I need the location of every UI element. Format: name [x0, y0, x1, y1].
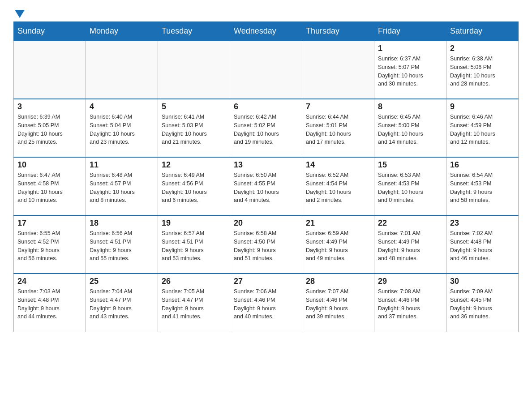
- week-row-1: 1Sunrise: 6:37 AM Sunset: 5:07 PM Daylig…: [14, 41, 519, 99]
- calendar-cell-week4-day7: 23Sunrise: 7:02 AM Sunset: 4:48 PM Dayli…: [446, 215, 519, 274]
- day-info: Sunrise: 7:07 AM Sunset: 4:46 PM Dayligh…: [306, 287, 370, 321]
- day-info: Sunrise: 7:09 AM Sunset: 4:45 PM Dayligh…: [450, 287, 515, 321]
- week-row-2: 3Sunrise: 6:39 AM Sunset: 5:05 PM Daylig…: [14, 99, 519, 157]
- calendar-cell-week5-day1: 24Sunrise: 7:03 AM Sunset: 4:48 PM Dayli…: [14, 274, 86, 332]
- weekday-header-row: SundayMondayTuesdayWednesdayThursdayFrid…: [14, 22, 519, 41]
- day-number: 2: [450, 44, 515, 53]
- day-number: 25: [90, 277, 154, 286]
- day-info: Sunrise: 7:06 AM Sunset: 4:46 PM Dayligh…: [234, 287, 298, 321]
- calendar-cell-week2-day1: 3Sunrise: 6:39 AM Sunset: 5:05 PM Daylig…: [14, 99, 86, 157]
- day-info: Sunrise: 6:42 AM Sunset: 5:02 PM Dayligh…: [234, 113, 298, 146]
- weekday-header-friday: Friday: [374, 22, 446, 41]
- day-number: 14: [306, 160, 370, 170]
- day-number: 3: [17, 102, 82, 111]
- calendar-cell-week3-day2: 11Sunrise: 6:48 AM Sunset: 4:57 PM Dayli…: [86, 157, 158, 215]
- day-info: Sunrise: 7:08 AM Sunset: 4:46 PM Dayligh…: [378, 287, 442, 321]
- day-info: Sunrise: 6:37 AM Sunset: 5:07 PM Dayligh…: [378, 55, 442, 88]
- day-info: Sunrise: 7:04 AM Sunset: 4:47 PM Dayligh…: [90, 287, 154, 321]
- day-info: Sunrise: 7:02 AM Sunset: 4:48 PM Dayligh…: [450, 229, 515, 263]
- calendar-cell-week1-day1: [14, 41, 86, 99]
- day-info: Sunrise: 6:49 AM Sunset: 4:56 PM Dayligh…: [162, 171, 226, 205]
- calendar-cell-week1-day5: [302, 41, 374, 99]
- day-info: Sunrise: 6:57 AM Sunset: 4:51 PM Dayligh…: [162, 229, 226, 263]
- day-number: 13: [234, 160, 298, 170]
- day-info: Sunrise: 6:41 AM Sunset: 5:03 PM Dayligh…: [162, 113, 226, 146]
- calendar-cell-week3-day5: 14Sunrise: 6:52 AM Sunset: 4:54 PM Dayli…: [302, 157, 374, 215]
- day-number: 30: [450, 277, 515, 286]
- calendar-cell-week3-day4: 13Sunrise: 6:50 AM Sunset: 4:55 PM Dayli…: [230, 157, 302, 215]
- day-number: 18: [90, 218, 154, 228]
- calendar-cell-week4-day2: 18Sunrise: 6:56 AM Sunset: 4:51 PM Dayli…: [86, 215, 158, 274]
- day-number: 22: [378, 218, 442, 228]
- day-info: Sunrise: 6:58 AM Sunset: 4:50 PM Dayligh…: [234, 229, 298, 263]
- weekday-header-monday: Monday: [86, 22, 158, 41]
- calendar-cell-week5-day4: 27Sunrise: 7:06 AM Sunset: 4:46 PM Dayli…: [230, 274, 302, 332]
- calendar-table: SundayMondayTuesdayWednesdayThursdayFrid…: [13, 21, 519, 332]
- day-info: Sunrise: 7:01 AM Sunset: 4:49 PM Dayligh…: [378, 229, 442, 263]
- calendar-cell-week5-day5: 28Sunrise: 7:07 AM Sunset: 4:46 PM Dayli…: [302, 274, 374, 332]
- calendar-cell-week2-day6: 8Sunrise: 6:45 AM Sunset: 5:00 PM Daylig…: [374, 99, 446, 157]
- day-number: 19: [162, 218, 226, 228]
- day-number: 1: [378, 44, 442, 53]
- day-number: 27: [234, 277, 298, 286]
- day-number: 20: [234, 218, 298, 228]
- calendar-cell-week2-day2: 4Sunrise: 6:40 AM Sunset: 5:04 PM Daylig…: [86, 99, 158, 157]
- week-row-4: 17Sunrise: 6:55 AM Sunset: 4:52 PM Dayli…: [14, 215, 519, 274]
- calendar-cell-week4-day3: 19Sunrise: 6:57 AM Sunset: 4:51 PM Dayli…: [158, 215, 230, 274]
- logo: [13, 9, 25, 17]
- weekday-header-wednesday: Wednesday: [230, 22, 302, 41]
- day-info: Sunrise: 6:53 AM Sunset: 4:53 PM Dayligh…: [378, 171, 442, 205]
- calendar-cell-week1-day6: 1Sunrise: 6:37 AM Sunset: 5:07 PM Daylig…: [374, 41, 446, 99]
- day-info: Sunrise: 6:50 AM Sunset: 4:55 PM Dayligh…: [234, 171, 298, 205]
- calendar-cell-week5-day3: 26Sunrise: 7:05 AM Sunset: 4:47 PM Dayli…: [158, 274, 230, 332]
- day-info: Sunrise: 6:44 AM Sunset: 5:01 PM Dayligh…: [306, 113, 370, 146]
- day-number: 21: [306, 218, 370, 228]
- day-info: Sunrise: 6:40 AM Sunset: 5:04 PM Dayligh…: [90, 113, 154, 146]
- calendar-cell-week3-day7: 16Sunrise: 6:54 AM Sunset: 4:53 PM Dayli…: [446, 157, 519, 215]
- week-row-3: 10Sunrise: 6:47 AM Sunset: 4:58 PM Dayli…: [14, 157, 519, 215]
- weekday-header-tuesday: Tuesday: [158, 22, 230, 41]
- calendar-cell-week4-day6: 22Sunrise: 7:01 AM Sunset: 4:49 PM Dayli…: [374, 215, 446, 274]
- calendar-cell-week3-day1: 10Sunrise: 6:47 AM Sunset: 4:58 PM Dayli…: [14, 157, 86, 215]
- calendar-cell-week4-day4: 20Sunrise: 6:58 AM Sunset: 4:50 PM Dayli…: [230, 215, 302, 274]
- calendar-cell-week1-day2: [86, 41, 158, 99]
- calendar-cell-week2-day5: 7Sunrise: 6:44 AM Sunset: 5:01 PM Daylig…: [302, 99, 374, 157]
- page-header: [13, 9, 519, 17]
- day-number: 8: [378, 102, 442, 111]
- day-info: Sunrise: 6:45 AM Sunset: 5:00 PM Dayligh…: [378, 113, 442, 146]
- day-info: Sunrise: 6:55 AM Sunset: 4:52 PM Dayligh…: [17, 229, 82, 263]
- calendar-cell-week2-day7: 9Sunrise: 6:46 AM Sunset: 4:59 PM Daylig…: [446, 99, 519, 157]
- day-number: 7: [306, 102, 370, 111]
- day-number: 29: [378, 277, 442, 286]
- svg-marker-0: [15, 10, 25, 18]
- day-number: 9: [450, 102, 515, 111]
- calendar-cell-week5-day2: 25Sunrise: 7:04 AM Sunset: 4:47 PM Dayli…: [86, 274, 158, 332]
- calendar-cell-week1-day4: [230, 41, 302, 99]
- day-info: Sunrise: 6:52 AM Sunset: 4:54 PM Dayligh…: [306, 171, 370, 205]
- weekday-header-sunday: Sunday: [14, 22, 86, 41]
- day-info: Sunrise: 6:38 AM Sunset: 5:06 PM Dayligh…: [450, 55, 515, 88]
- day-number: 5: [162, 102, 226, 111]
- logo-triangle-icon: [15, 10, 25, 20]
- day-number: 10: [17, 160, 82, 170]
- calendar-cell-week2-day3: 5Sunrise: 6:41 AM Sunset: 5:03 PM Daylig…: [158, 99, 230, 157]
- day-info: Sunrise: 6:48 AM Sunset: 4:57 PM Dayligh…: [90, 171, 154, 205]
- day-info: Sunrise: 6:56 AM Sunset: 4:51 PM Dayligh…: [90, 229, 154, 263]
- day-info: Sunrise: 6:59 AM Sunset: 4:49 PM Dayligh…: [306, 229, 370, 263]
- day-number: 23: [450, 218, 515, 228]
- week-row-5: 24Sunrise: 7:03 AM Sunset: 4:48 PM Dayli…: [14, 274, 519, 332]
- calendar-cell-week5-day6: 29Sunrise: 7:08 AM Sunset: 4:46 PM Dayli…: [374, 274, 446, 332]
- calendar-cell-week1-day7: 2Sunrise: 6:38 AM Sunset: 5:06 PM Daylig…: [446, 41, 519, 99]
- day-number: 12: [162, 160, 226, 170]
- weekday-header-thursday: Thursday: [302, 22, 374, 41]
- day-info: Sunrise: 7:03 AM Sunset: 4:48 PM Dayligh…: [17, 287, 82, 321]
- day-number: 6: [234, 102, 298, 111]
- day-number: 26: [162, 277, 226, 286]
- day-number: 11: [90, 160, 154, 170]
- calendar-cell-week3-day3: 12Sunrise: 6:49 AM Sunset: 4:56 PM Dayli…: [158, 157, 230, 215]
- weekday-header-saturday: Saturday: [446, 22, 519, 41]
- calendar-cell-week2-day4: 6Sunrise: 6:42 AM Sunset: 5:02 PM Daylig…: [230, 99, 302, 157]
- day-info: Sunrise: 6:46 AM Sunset: 4:59 PM Dayligh…: [450, 113, 515, 146]
- day-number: 16: [450, 160, 515, 170]
- day-info: Sunrise: 7:05 AM Sunset: 4:47 PM Dayligh…: [162, 287, 226, 321]
